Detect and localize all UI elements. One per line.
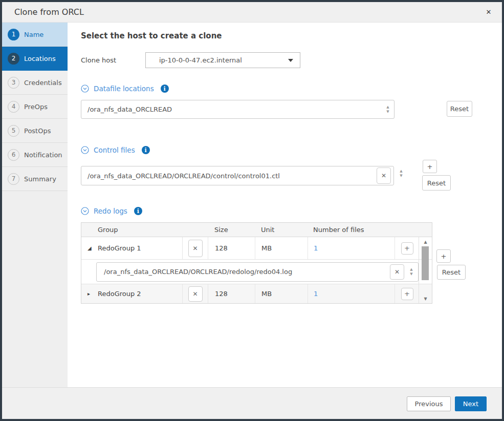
sidebar-item-notification[interactable]: 6 Notification [2,143,68,167]
step-number-badge: 6 [8,149,19,161]
controlfile-add-button[interactable]: + [423,160,437,173]
redologs-table-header: Group Size Unit Number of files [81,223,432,237]
redogroup-unit[interactable]: MB [255,237,308,259]
info-icon[interactable]: i [161,85,169,93]
redogroup-remove-button[interactable]: ✕ [188,286,203,302]
clone-host-select[interactable]: ip-10-0-0-47.ec2.internal [145,52,300,68]
scrollbar-thumb[interactable] [422,246,429,280]
redogroup-name: RedoGroup 1 [98,244,141,252]
column-header-unit: Unit [255,223,308,237]
collapse-chevron-icon [81,207,89,215]
spinner-down-icon[interactable]: ▼ [386,110,389,113]
wizard-sidebar: 1 Name 2 Locations 3 Credentials 4 PreOp… [2,23,68,388]
sidebar-item-preops[interactable]: 4 PreOps [2,95,68,119]
step-number-badge: 3 [8,77,19,89]
redolog-path-input[interactable] [97,268,390,276]
datafile-path-box: ▲ ▼ [81,100,395,119]
datafile-section-title: Datafile locations [94,85,154,93]
datafile-path-input[interactable] [81,106,384,113]
collapse-chevron-icon [81,146,89,154]
controlfiles-section-header[interactable]: Control files i [81,146,150,154]
caret-down-icon [288,59,293,62]
redologs-section-header[interactable]: Redo logs i [81,207,142,215]
redogroup-size[interactable]: 128 [208,284,255,303]
step-label: PostOps [24,127,51,135]
step-number-badge: 4 [8,101,19,113]
step-label: Credentials [24,79,62,87]
close-icon[interactable]: ✕ [484,8,494,16]
sidebar-item-name[interactable]: 1 Name [2,23,68,47]
step-label: PreOps [24,103,48,111]
previous-button[interactable]: Previous [407,396,451,411]
controlfile-spinner[interactable]: ▲ ▼ [397,170,405,177]
spinner-up-icon[interactable]: ▲ [410,268,412,271]
redolog-path-box: ✕ ▲ ▼ [96,262,419,282]
controlfile-path-input[interactable] [81,172,377,180]
redogroup-add-file-button[interactable]: + [401,242,413,255]
info-icon[interactable]: i [134,207,142,215]
table-scrollbar[interactable]: ▲ ▼ [419,237,432,303]
table-row-redogroup-1: ◢ RedoGroup 1 ✕ 128 MB 1 + [81,237,432,260]
redologs-table: Group Size Unit Number of files ◢ RedoGr… [81,222,432,304]
dialog-title: Clone from ORCL [14,7,84,17]
redolog-remove-button[interactable]: ✕ [390,264,404,280]
spinner-down-icon[interactable]: ▼ [400,174,402,177]
step-label: Name [24,31,43,38]
step-number-badge: 2 [8,53,19,65]
redogroup-remove-button[interactable]: ✕ [188,240,203,257]
sidebar-item-summary[interactable]: 7 Summary [2,167,68,191]
sidebar-item-postops[interactable]: 5 PostOps [2,119,68,143]
dialog-titlebar: Clone from ORCL ✕ [2,2,502,23]
collapse-chevron-icon [81,85,89,93]
spinner-up-icon[interactable]: ▲ [386,106,389,109]
sidebar-item-credentials[interactable]: 3 Credentials [2,71,68,95]
clone-host-value: ip-10-0-0-47.ec2.internal [159,56,242,64]
step-number-badge: 7 [8,173,19,185]
controlfiles-section-title: Control files [94,146,135,154]
table-row-redogroup-1-detail: ✕ ▲ ▼ [81,260,432,284]
table-row-redogroup-2: ▸ RedoGroup 2 ✕ 128 MB 1 + [81,284,432,303]
step-number-badge: 5 [8,125,19,137]
redologs-add-group-button[interactable]: + [436,249,451,263]
redolog-spinner[interactable]: ▲ ▼ [407,268,415,276]
clone-dialog: Clone from ORCL ✕ 1 Name 2 Locations 3 C… [0,0,504,421]
scroll-up-icon[interactable]: ▲ [419,240,432,244]
dialog-footer: Previous Next [2,387,502,419]
column-header-group: Group [81,223,182,237]
clone-host-label: Clone host [81,56,116,64]
row-collapsed-icon[interactable]: ▸ [87,291,93,297]
step-label: Notification [24,151,62,159]
datafile-spinner[interactable]: ▲ ▼ [384,106,392,113]
controlfile-remove-button[interactable]: ✕ [377,167,391,184]
sidebar-item-locations[interactable]: 2 Locations [2,47,68,71]
column-header-size: Size [208,223,255,237]
row-expanded-icon[interactable]: ◢ [87,245,93,251]
next-button[interactable]: Next [455,396,487,411]
scroll-down-icon[interactable]: ▼ [419,297,432,301]
redologs-section-title: Redo logs [94,207,127,215]
redogroup-add-file-button[interactable]: + [401,288,413,300]
controlfile-path-box: ✕ [81,166,394,185]
redogroup-name: RedoGroup 2 [98,290,141,298]
column-header-files: Number of files [308,223,395,237]
redogroup-file-count[interactable]: 1 [308,237,395,259]
spinner-up-icon[interactable]: ▲ [400,170,402,173]
column-header-remove [182,223,208,237]
info-icon[interactable]: i [142,146,150,154]
step-label: Locations [24,55,56,62]
redogroup-file-count[interactable]: 1 [308,284,395,303]
datafile-section-header[interactable]: Datafile locations i [81,85,169,93]
spinner-down-icon[interactable]: ▼ [410,272,412,276]
redologs-reset-button[interactable]: Reset [437,265,466,280]
redogroup-size[interactable]: 128 [208,237,255,259]
datafile-reset-button[interactable]: Reset [447,101,472,117]
redogroup-unit[interactable]: MB [255,284,308,303]
step-label: Summary [24,175,56,183]
controlfile-reset-button[interactable]: Reset [422,175,451,191]
page-title: Select the host to create a clone [81,31,222,40]
column-header-add [395,223,419,237]
step-number-badge: 1 [8,29,19,40]
